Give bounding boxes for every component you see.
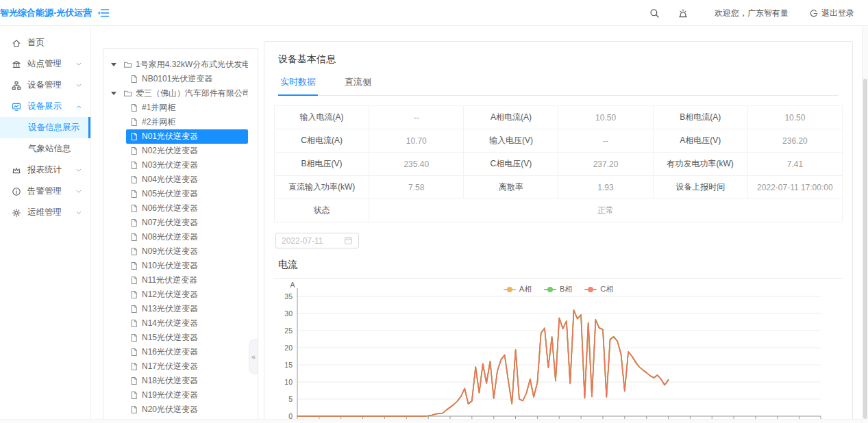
chart-canvas: 05101520253035A00:0001:0002:0003:0004:00… (274, 281, 843, 423)
tree-node-label: 爱三（佛山）汽车部件有限公司光伏发 (136, 88, 248, 99)
tab-1[interactable]: 实时数据 (278, 76, 318, 96)
tree-node-content: N16光伏逆变器 (126, 345, 248, 359)
legend-item-A相[interactable]: A相 (504, 284, 532, 294)
svg-text:30: 30 (284, 309, 293, 318)
file-icon (129, 319, 138, 328)
vertical-scrollbar-thumb[interactable] (863, 79, 867, 419)
file-icon (129, 290, 138, 299)
tab-bar: 实时数据直流侧 (278, 76, 839, 96)
caret-down-icon[interactable] (111, 92, 116, 95)
tree-device-row[interactable]: N02光伏逆变器 (103, 144, 258, 158)
file-icon (129, 305, 138, 313)
sidebar-item-9[interactable]: 运维管理 (0, 202, 90, 223)
tree-device-row[interactable]: #2并网柜 (103, 115, 258, 129)
tree-device-row[interactable]: N08光伏逆变器 (103, 230, 258, 244)
table-row: B相电压(V)235.40C相电压(V)237.20有功发电功率(kW)7.41 (275, 153, 843, 176)
tree-node-label: N02光伏逆变器 (142, 145, 198, 157)
chevron-up-icon (75, 103, 82, 110)
tree-node-label: N09光伏逆变器 (142, 246, 198, 257)
file-icon (129, 261, 138, 270)
sidebar-item-6[interactable]: 气象站信息 (0, 138, 90, 159)
table-cell-value: -- (369, 106, 464, 129)
sidebar-item-label: 首页 (27, 37, 45, 49)
svg-text:10: 10 (284, 378, 293, 386)
tree-node-content: N03光伏逆变器 (126, 158, 248, 172)
tree-device-row[interactable]: N01光伏逆变器 (103, 129, 258, 144)
file-icon (129, 161, 138, 170)
table-cell-label: 离散率 (464, 176, 558, 199)
file-icon (129, 362, 138, 371)
tree-device-row[interactable]: N13光伏逆变器 (103, 302, 258, 316)
tree-device-row[interactable]: N17光伏逆变器 (103, 359, 258, 374)
legend-label: B相 (560, 284, 572, 294)
sidebar-item-5[interactable]: 设备信息展示 (0, 117, 90, 138)
chevron-down-icon (75, 82, 82, 89)
tree-device-row[interactable]: N05光伏逆变器 (103, 187, 258, 201)
folder-icon (123, 89, 132, 98)
tree-node-label: N01光伏逆变器 (142, 131, 198, 142)
tree-device-row[interactable]: N15光伏逆变器 (103, 331, 258, 345)
tree-node-label: N08光伏逆变器 (142, 231, 198, 243)
table-cell-label: 输入电流(A) (275, 106, 369, 129)
file-icon (129, 190, 138, 198)
menu-fold-icon[interactable] (97, 8, 110, 18)
tree-device-row[interactable]: N10光伏逆变器 (103, 259, 258, 273)
alarm-siren-icon[interactable] (678, 8, 689, 18)
tree-device-row[interactable]: #1并网柜 (103, 101, 258, 115)
tree-device-row[interactable]: N06光伏逆变器 (103, 201, 258, 216)
tree-device-row[interactable]: N09光伏逆变器 (103, 244, 258, 259)
tree-device-row[interactable]: N18光伏逆变器 (103, 374, 258, 388)
search-icon[interactable] (649, 8, 660, 18)
sidebar-item-1[interactable]: 首页 (0, 32, 90, 53)
file-icon (129, 132, 138, 141)
file-icon (129, 75, 138, 84)
chevron-down-icon (75, 61, 82, 68)
tree-station-row[interactable]: 1号家用4.32kW分布式光伏发电站 (103, 57, 258, 72)
horizontal-scrollbar[interactable] (0, 419, 862, 423)
tree-node-content: N08光伏逆变器 (126, 230, 248, 244)
tree-device-row[interactable]: N20光伏逆变器 (103, 402, 258, 417)
legend-item-C相[interactable]: C相 (584, 284, 613, 294)
tree-device-row[interactable]: N19光伏逆变器 (103, 388, 258, 402)
tree-device-row[interactable]: N14光伏逆变器 (103, 316, 258, 331)
table-cell-label: C相电流(A) (275, 129, 369, 153)
legend-item-B相[interactable]: B相 (544, 284, 572, 294)
legend-dot-icon (588, 287, 593, 292)
svg-text:15: 15 (284, 361, 293, 369)
tree-collapse-handle[interactable]: « (249, 339, 258, 374)
sidebar-item-2[interactable]: 站点管理 (0, 53, 90, 75)
caret-down-icon[interactable] (111, 63, 116, 66)
status-label: 状态 (275, 199, 369, 222)
sidebar-item-label: 设备展示 (27, 101, 62, 112)
tree-device-row[interactable]: N07光伏逆变器 (103, 216, 258, 230)
table-status-row: 状态正常 (275, 199, 843, 222)
date-picker[interactable]: 2022-07-11 (275, 233, 359, 248)
tree-device-row[interactable]: NB0101光伏逆变器 (103, 72, 258, 86)
tree-device-row[interactable]: N04光伏逆变器 (103, 172, 258, 187)
table-cell-label: 直流输入功率(kW) (275, 176, 369, 199)
tree-node-label: NB0101光伏逆变器 (142, 73, 212, 85)
table-cell-value: 236.20 (747, 129, 842, 153)
tree-node-label: N14光伏逆变器 (142, 318, 198, 329)
file-icon (129, 204, 138, 213)
tree-node-content: N20光伏逆变器 (126, 402, 248, 417)
sidebar-item-4[interactable]: 设备展示 (0, 96, 90, 117)
table-row: C相电流(A)10.70输入电压(V)--A相电压(V)236.20 (275, 129, 843, 153)
tab-2[interactable]: 直流侧 (343, 76, 373, 95)
tree-device-row[interactable]: N12光伏逆变器 (103, 287, 258, 302)
gear-icon (12, 208, 21, 218)
tree-device-row[interactable]: N11光伏逆变器 (103, 273, 258, 287)
sidebar-item-8[interactable]: 告警管理 (0, 181, 90, 202)
sidebar-item-7[interactable]: 报表统计 (0, 159, 90, 181)
tree-station-row[interactable]: 爱三（佛山）汽车部件有限公司光伏发 (103, 86, 258, 101)
logout-button[interactable]: 退出登录 (809, 8, 854, 19)
tree-device-row[interactable]: N03光伏逆变器 (103, 158, 258, 172)
table-cell-label: C相电压(V) (464, 153, 558, 176)
tree-device-row[interactable]: N16光伏逆变器 (103, 345, 258, 359)
tree-node-content: N15光伏逆变器 (126, 331, 248, 345)
svg-text:20: 20 (284, 344, 293, 352)
file-icon (129, 247, 138, 256)
sidebar-item-3[interactable]: 设备管理 (0, 75, 90, 96)
chart-legend: A相B相C相 (274, 284, 843, 294)
tree-node-content: N04光伏逆变器 (126, 172, 248, 187)
